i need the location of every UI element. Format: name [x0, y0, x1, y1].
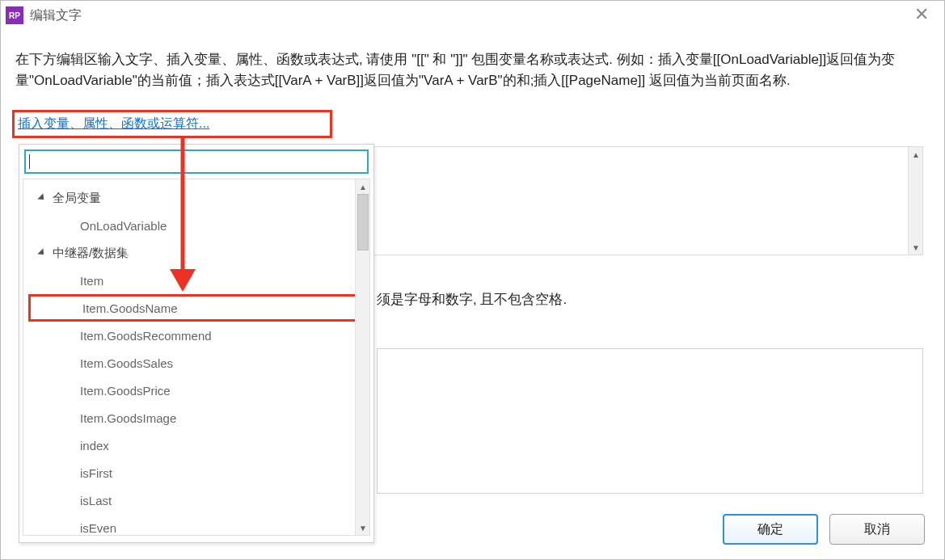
- scroll-up-icon[interactable]: ▲: [909, 147, 923, 162]
- tree-item[interactable]: isEven: [23, 514, 369, 536]
- tree-item[interactable]: isLast: [23, 486, 369, 514]
- scroll-down-icon[interactable]: ▼: [909, 240, 923, 255]
- tree-item[interactable]: OnLoadVariable: [23, 212, 369, 239]
- tree-item[interactable]: Item.GoodsRecommend: [23, 322, 369, 349]
- insert-variable-link[interactable]: 插入变量、属性、函数或运算符...: [18, 116, 209, 130]
- scrollbar-thumb[interactable]: [357, 194, 369, 251]
- text-cursor: [29, 154, 30, 169]
- tree-item[interactable]: Item: [23, 267, 369, 294]
- description-text: 在下方编辑区输入文字、插入变量、属性、函数或表达式, 请使用 "[[" 和 "]…: [15, 49, 921, 92]
- insert-dropdown-panel: 全局变量 OnLoadVariable 中继器/数据集 Item Item.Go…: [19, 144, 374, 543]
- title-bar: RP 编辑文字 ✕: [1, 1, 944, 30]
- scroll-up-icon[interactable]: ▲: [356, 179, 370, 194]
- ok-button[interactable]: 确定: [723, 514, 818, 545]
- tree-item-goodsname[interactable]: Item.GoodsName: [28, 294, 361, 322]
- edit-text-dialog: RP 编辑文字 ✕ 在下方编辑区输入文字、插入变量、属性、函数或表达式, 请使用…: [0, 0, 945, 560]
- tree-item[interactable]: isFirst: [23, 459, 369, 486]
- variable-name-hint: 须是字母和数字, 且不包含空格.: [377, 290, 567, 309]
- tree-item[interactable]: Item.GoodsImage: [23, 404, 369, 432]
- cancel-button[interactable]: 取消: [829, 514, 925, 545]
- textarea-scrollbar[interactable]: ▲ ▼: [908, 147, 922, 255]
- tree-group-label: 全局变量: [53, 191, 101, 206]
- triangle-expanded-icon: [37, 248, 46, 257]
- dropdown-search-input[interactable]: [24, 149, 369, 174]
- dropdown-scrollbar[interactable]: ▲ ▼: [355, 179, 369, 535]
- close-icon[interactable]: ✕: [905, 4, 938, 25]
- tree-item[interactable]: index: [23, 432, 369, 459]
- tree-group-label: 中继器/数据集: [53, 246, 129, 261]
- dialog-buttons: 确定 取消: [723, 514, 925, 545]
- triangle-expanded-icon: [37, 193, 46, 202]
- scroll-down-icon[interactable]: ▼: [356, 520, 370, 535]
- tree-item[interactable]: Item.GoodsPrice: [23, 377, 369, 404]
- tree-item[interactable]: Item.GoodsSales: [23, 349, 369, 377]
- app-icon: RP: [6, 6, 23, 24]
- tree-group-repeater[interactable]: 中继器/数据集: [23, 239, 369, 267]
- insert-link-annotation: 插入变量、属性、函数或运算符...: [12, 110, 332, 138]
- local-variable-box[interactable]: [377, 348, 923, 494]
- dropdown-tree: 全局变量 OnLoadVariable 中继器/数据集 Item Item.Go…: [23, 179, 370, 536]
- tree-group-global[interactable]: 全局变量: [23, 184, 369, 212]
- dialog-title: 编辑文字: [30, 7, 82, 24]
